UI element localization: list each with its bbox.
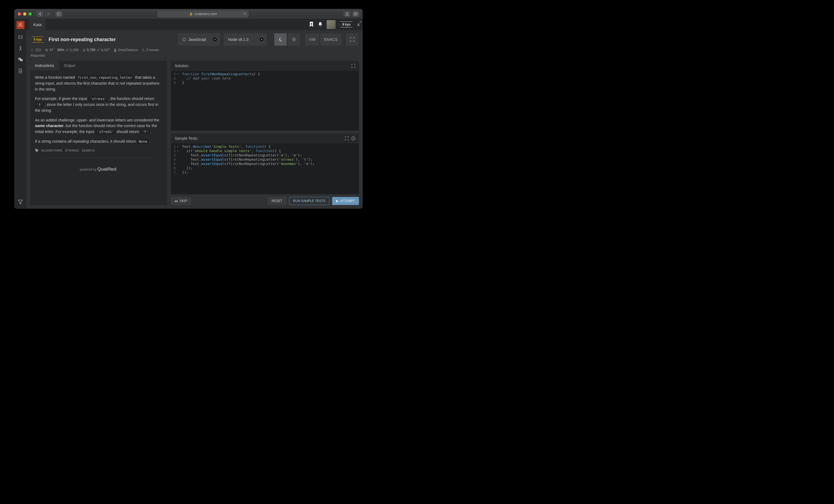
sidebar-toggle-button[interactable] [56, 11, 62, 17]
svg-point-16 [36, 149, 36, 150]
kata-kyu-badge: 5 kyu [30, 37, 45, 42]
tag-item[interactable]: STRINGS [65, 148, 79, 153]
bell-icon[interactable] [317, 21, 323, 27]
language-label: JavaScript [188, 37, 206, 42]
chevron-down-icon: ▾ [213, 38, 217, 41]
svg-line-13 [292, 41, 293, 41]
kumite-icon[interactable] [17, 45, 24, 51]
codewars-logo[interactable] [16, 21, 24, 29]
layers-icon [45, 48, 48, 51]
hex-icon [182, 38, 186, 41]
reset-button[interactable]: RESET [268, 197, 286, 205]
author-stat: OverZealous [114, 48, 138, 52]
completed-stat: ◎ 3,795 of 9,047 [83, 48, 110, 52]
svg-text:?: ? [352, 137, 354, 140]
reload-icon[interactable]: ⟳ [243, 12, 246, 16]
sidebar [14, 19, 26, 209]
gear-icon [291, 37, 297, 42]
reported-label: Reported [30, 53, 358, 58]
url-bar[interactable]: 🔒 codewars.com ⟳ [157, 10, 248, 18]
tab-output[interactable]: Output [59, 61, 80, 70]
skip-button[interactable]: ▸▸ SKIP [171, 197, 191, 205]
new-tab-button[interactable]: + [359, 20, 361, 24]
tests-editor: Sample Tests: ? 1▾2▾34567 Test.describe(… [171, 133, 359, 194]
avatar[interactable] [327, 20, 335, 29]
run-tests-button[interactable]: RUN SAMPLE TESTS [289, 197, 329, 205]
kata-header: 5 kyu First non-repeating character Java… [26, 30, 363, 59]
stats-row: ☆222 57 88% of 1,259 ◎ 3,795 of 9,04 [30, 48, 358, 52]
svg-rect-3 [355, 13, 357, 15]
user-icon [114, 48, 117, 51]
solution-label: Solution: [175, 64, 189, 68]
powered-by: powered by Qualified: [35, 166, 162, 173]
star-icon: ☆ [30, 48, 34, 52]
collections-stat: 57 [45, 48, 53, 52]
bookmark-icon[interactable] [309, 21, 314, 27]
svg-point-6 [293, 39, 295, 40]
settings-button[interactable] [288, 33, 300, 46]
fullscreen-button[interactable] [346, 33, 358, 46]
kata-title: First non-repeating character [49, 37, 116, 42]
description: Write a function named first_non_repeati… [30, 70, 167, 205]
url-text: codewars.com [195, 12, 217, 16]
issues-stat: ⚠ 3 Issues [141, 48, 159, 52]
action-row: ▸▸ SKIP RESET RUN SAMPLE TESTS ▶ ATTEMPT [171, 197, 359, 205]
svg-line-14 [295, 38, 295, 39]
moon-icon [278, 37, 283, 42]
tag-item[interactable]: SEARCH [82, 148, 95, 153]
kata-icon[interactable] [17, 34, 24, 40]
minimize-window-button[interactable] [23, 13, 26, 16]
tags-row: ALGORITHMS STRINGS SEARCH [35, 148, 162, 153]
solution-editor: Solution: 1▾23 function firstNonRepeatin… [171, 61, 359, 131]
stars-stat: ☆222 [30, 48, 41, 52]
chat-icon[interactable] [17, 57, 24, 63]
back-button[interactable] [37, 11, 44, 17]
left-panel: Instructions Output Write a function nam… [30, 61, 167, 205]
theme-toggle[interactable] [274, 33, 287, 46]
docs-icon[interactable] [17, 68, 24, 74]
play-icon: ▶ [336, 199, 338, 203]
svg-point-5 [20, 46, 21, 47]
target-icon: ◎ [83, 48, 85, 52]
tab-kata[interactable]: Kata [29, 19, 45, 30]
svg-rect-0 [57, 13, 61, 15]
svg-point-15 [114, 49, 116, 50]
skip-icon: ▸▸ [175, 199, 178, 203]
browser-window: 🔒 codewars.com ⟳ + [14, 9, 363, 209]
solution-code[interactable]: 1▾23 function firstNonRepeatingLetter(s)… [171, 71, 359, 131]
chevron-down-icon: ▾ [260, 38, 264, 41]
close-window-button[interactable] [18, 13, 21, 16]
svg-point-4 [19, 24, 21, 26]
user-kyu-badge: 8 kyu [339, 21, 354, 27]
tabs-button[interactable] [352, 11, 359, 17]
tab-instructions[interactable]: Instructions [30, 61, 59, 70]
svg-line-12 [295, 41, 295, 41]
expand-icon [350, 37, 354, 42]
expand-icon[interactable] [351, 64, 355, 68]
emacs-mode-button[interactable]: EMACS [320, 33, 341, 46]
svg-rect-2 [354, 13, 356, 15]
warning-icon: ⚠ [141, 48, 145, 52]
svg-line-11 [292, 38, 293, 39]
tests-code[interactable]: 1▾2▾34567 Test.describe('Simple Tests', … [171, 144, 359, 194]
topbar: Kata 8 kyu 4 [26, 19, 363, 30]
tag-icon [35, 149, 39, 152]
expand-icon[interactable] [345, 136, 349, 140]
vim-mode-button[interactable]: VIM [305, 33, 319, 46]
lock-icon: 🔒 [189, 12, 193, 16]
trophy-icon[interactable] [17, 199, 24, 205]
node-version-select[interactable]: Node v8.1.3 ▾ [224, 33, 267, 46]
node-version-label: Node v8.1.3 [228, 37, 248, 42]
language-select[interactable]: JavaScript ▾ [178, 33, 220, 46]
right-panel: Solution: 1▾23 function firstNonRepeatin… [171, 61, 359, 205]
tests-label: Sample Tests: [175, 136, 198, 140]
attempt-button[interactable]: ▶ ATTEMPT [332, 197, 359, 205]
maximize-window-button[interactable] [28, 13, 32, 16]
satisfaction-stat: 88% of 1,259 [57, 48, 79, 52]
browser-chrome: 🔒 codewars.com ⟳ [14, 9, 363, 19]
tag-item[interactable]: ALGORITHMS [41, 148, 62, 153]
help-icon[interactable]: ? [351, 136, 355, 140]
share-button[interactable] [344, 11, 351, 17]
traffic-lights [18, 13, 32, 16]
forward-button[interactable] [45, 11, 51, 17]
